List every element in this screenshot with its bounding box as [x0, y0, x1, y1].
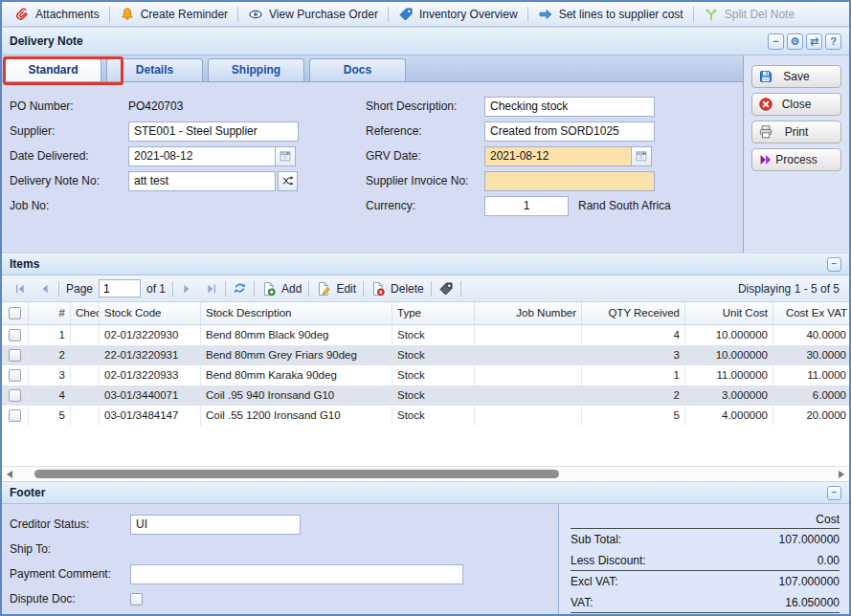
- first-page-button[interactable]: [8, 280, 33, 297]
- row-checkbox[interactable]: [9, 329, 21, 341]
- sub-total-label: Sub Total:: [571, 533, 621, 546]
- select-all-checkbox[interactable]: [9, 307, 21, 319]
- tab-docs[interactable]: Docs: [309, 58, 406, 81]
- eye-icon: [248, 7, 263, 22]
- prev-page-button[interactable]: [33, 280, 57, 297]
- next-page-button[interactable]: [174, 280, 199, 297]
- displaying-status: Displaying 1 - 5 of 5: [738, 282, 843, 296]
- split-del-note-button[interactable]: Split Del Note: [695, 5, 803, 24]
- edit-row-button[interactable]: Edit: [310, 279, 362, 298]
- footer-collapse-icon[interactable]: −: [827, 486, 841, 500]
- tag-blue-icon: [398, 7, 414, 22]
- delete-row-button[interactable]: Delete: [365, 279, 430, 298]
- edit-label: Edit: [336, 282, 356, 296]
- grv-date-field[interactable]: [484, 146, 632, 166]
- tab-standard[interactable]: Standard: [5, 58, 101, 81]
- attachments-button[interactable]: Attachments: [6, 5, 108, 24]
- currency-field[interactable]: [484, 196, 569, 216]
- set-lines-supplier-cost-button[interactable]: Set lines to supplier cost: [529, 5, 692, 24]
- row-checkbox[interactable]: [9, 409, 21, 422]
- vat-label: VAT:: [571, 596, 593, 609]
- supplier-invoice-no-field[interactable]: [484, 171, 655, 191]
- print-button[interactable]: Print: [751, 121, 841, 143]
- page-number-input[interactable]: [99, 279, 141, 297]
- grv-date-calendar-button[interactable]: [632, 146, 652, 166]
- cell-job-number: [475, 365, 582, 385]
- table-row[interactable]: 3 02-01/3220933 Bend 80mm Karaka 90deg S…: [2, 365, 849, 385]
- supplier-field[interactable]: [128, 121, 299, 142]
- save-button[interactable]: Save: [751, 65, 841, 88]
- generate-number-button[interactable]: [278, 171, 298, 191]
- cell-type: Stock: [392, 365, 475, 385]
- grv-date-label: GRV Date:: [366, 149, 484, 163]
- minimize-icon[interactable]: −: [768, 33, 784, 50]
- table-row[interactable]: 5 03-01/3484147 Coil .55 1200 Ironsand G…: [2, 406, 849, 426]
- footer-body: Creditor Status: Ship To: Payment Commen…: [2, 504, 849, 614]
- tab-details[interactable]: Details: [106, 58, 203, 81]
- col-header-check[interactable]: Check: [71, 302, 100, 324]
- date-delivered-calendar-button[interactable]: [276, 146, 296, 166]
- grid-empty-area: [2, 426, 849, 466]
- vat-value: 16.050000: [785, 596, 840, 609]
- sub-total-value: 107.000000: [779, 533, 840, 546]
- help-icon[interactable]: ?: [825, 33, 841, 50]
- horizontal-scrollbar[interactable]: [2, 466, 849, 481]
- gear-icon[interactable]: ⚙: [787, 33, 803, 50]
- cell-qty: 1: [582, 365, 685, 385]
- col-header-cost-ex-vat[interactable]: Cost Ex VAT: [773, 302, 849, 324]
- scroll-left-icon[interactable]: [7, 471, 12, 478]
- items-section-header: Items −: [2, 253, 849, 275]
- col-header-type[interactable]: Type: [392, 302, 475, 324]
- calendar-icon: [635, 149, 648, 163]
- cell-stock-code: 03-01/3440071: [100, 385, 201, 406]
- row-checkbox[interactable]: [9, 349, 21, 362]
- col-header-num[interactable]: #: [29, 302, 71, 324]
- tag-lines-button[interactable]: [433, 279, 459, 298]
- toolbar-separator: [225, 281, 226, 297]
- creditor-status-label: Creditor Status:: [10, 517, 130, 531]
- table-row[interactable]: 2 22-01/3220931 Bend 80mm Grey Friars 90…: [2, 345, 849, 365]
- close-button[interactable]: Close: [751, 93, 841, 116]
- col-header-qty-received[interactable]: QTY Received: [582, 302, 685, 324]
- items-collapse-icon[interactable]: −: [827, 257, 841, 272]
- date-delivered-field[interactable]: [128, 146, 276, 166]
- dispute-doc-checkbox[interactable]: [130, 593, 143, 605]
- view-purchase-order-button[interactable]: View Purchase Order: [239, 5, 387, 24]
- col-header-stock-description[interactable]: Stock Description: [201, 302, 392, 324]
- refresh-icon[interactable]: ⇄: [806, 33, 822, 50]
- calendar-icon: [279, 149, 292, 163]
- shuffle-icon: [281, 174, 295, 187]
- toolbar-separator: [58, 281, 59, 297]
- col-header-job-number[interactable]: Job Number: [475, 302, 582, 324]
- cell-job-number: [475, 325, 582, 345]
- refresh-grid-button[interactable]: [227, 279, 253, 297]
- table-row[interactable]: 1 02-01/3220930 Bend 80mm Black 90deg St…: [2, 325, 849, 345]
- delivery-note-no-field[interactable]: [128, 171, 276, 191]
- last-page-button[interactable]: [199, 280, 224, 297]
- toolbar-separator: [109, 7, 110, 22]
- cell-num: 2: [29, 345, 71, 365]
- row-checkbox[interactable]: [9, 389, 21, 402]
- process-label: Process: [775, 153, 817, 166]
- tab-shipping[interactable]: Shipping: [208, 58, 304, 81]
- create-reminder-button[interactable]: Create Reminder: [111, 5, 236, 24]
- col-header-stock-code[interactable]: Stock Code: [100, 302, 201, 324]
- cell-check: [71, 345, 100, 365]
- table-row[interactable]: 4 03-01/3440071 Coil .95 940 Ironsand G1…: [2, 385, 849, 406]
- col-header-unit-cost[interactable]: Unit Cost: [685, 302, 773, 324]
- process-button[interactable]: Process: [751, 148, 841, 171]
- inventory-overview-button[interactable]: Inventory Overview: [390, 5, 526, 24]
- short-description-field[interactable]: [484, 97, 655, 117]
- cell-cost-ex-vat: 40.0000: [773, 325, 849, 345]
- row-checkbox[interactable]: [9, 369, 21, 382]
- scrollbar-thumb[interactable]: [34, 470, 559, 478]
- add-row-button[interactable]: Add: [256, 279, 307, 298]
- creditor-status-field[interactable]: [130, 515, 301, 535]
- attachments-label: Attachments: [35, 8, 100, 21]
- reference-field[interactable]: [484, 121, 655, 142]
- payment-comment-field[interactable]: [130, 564, 463, 584]
- cell-job-number: [475, 406, 582, 426]
- items-toolbar: Page of 1 Add Edit Delete: [2, 275, 849, 302]
- scroll-right-icon[interactable]: [839, 471, 844, 478]
- cell-num: 5: [29, 406, 71, 426]
